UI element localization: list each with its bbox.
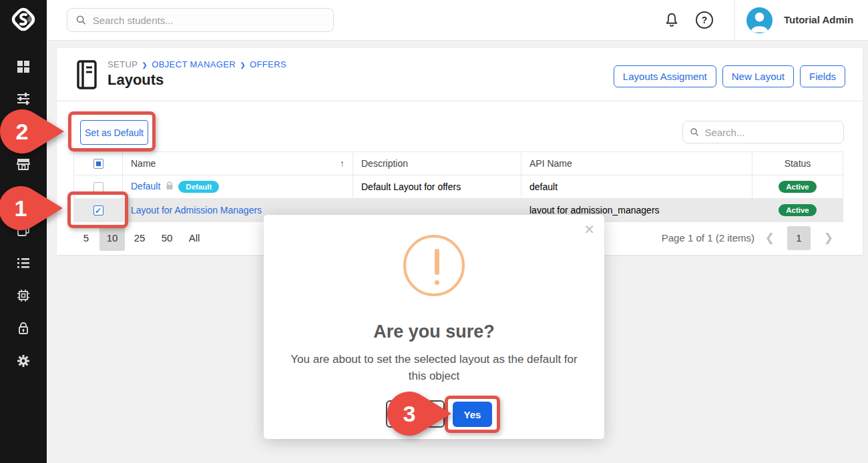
step-number: 2 [5,119,39,145]
store-icon [16,157,31,171]
next-page-icon[interactable]: ❯ [824,231,833,245]
page-number-1[interactable]: 1 [787,226,811,250]
table-search-input[interactable] [704,127,837,138]
fields-button[interactable]: Fields [800,65,845,87]
student-search-input[interactable] [93,15,325,26]
topbar-divider [734,0,735,41]
dialog-message: You are about to set the selected layout… [284,352,584,384]
lock-icon [16,321,31,336]
logo-icon [10,6,37,33]
row-api-name: default [521,175,752,199]
step-marker-2: 2 [0,107,67,156]
chevron-right-icon: ❯ [236,61,250,69]
column-header-status: Status [752,152,843,175]
step-number: 1 [4,195,37,221]
dashboard-icon [16,59,31,74]
help-button[interactable]: ? [696,11,713,29]
search-icon [75,14,87,26]
previous-page-icon[interactable]: ❮ [765,231,775,245]
breadcrumb-object-manager[interactable]: OBJECT MANAGER [152,59,236,69]
app-root: ? Tutorial Admin SETUP❯OBJECT MA [0,0,868,463]
gear-icon [16,354,31,368]
user-avatar[interactable] [746,7,773,33]
breadcrumb-setup: SETUP [107,59,138,69]
page-size-all[interactable]: All [182,225,207,251]
lock-icon [166,181,174,192]
header-actions: Layouts Assigment New Layout Fields [614,65,845,87]
column-header-description: Description [353,152,521,175]
close-icon[interactable]: ✕ [584,221,595,238]
list-icon [16,256,31,270]
new-layout-button[interactable]: New Layout [722,65,794,87]
page-header: SETUP❯OBJECT MANAGER❯OFFERS Layouts Layo… [57,48,863,101]
layouts-page-icon [74,59,99,93]
notifications-button[interactable] [663,11,680,31]
pagination-summary: Page 1 of 1 (2 items) [662,232,754,244]
person-icon [746,7,773,33]
step-marker-1: 1 [0,183,65,233]
sidebar-item-preferences[interactable] [0,349,47,373]
dialog-title: Are you sure? [264,322,604,342]
table-header-row: Name ↑ Description API Name Status [74,152,843,175]
default-badge: Default [178,181,219,193]
page-size-25[interactable]: 25 [127,225,152,251]
sidebar-item-dashboard[interactable] [0,55,47,79]
layout-link-admission-managers[interactable]: Layout for Admission Managers [131,205,262,215]
search-icon [690,127,699,137]
chevron-right-icon: ❯ [138,61,152,69]
status-badge: Active [779,181,817,193]
column-header-api-name: API Name [521,152,752,175]
sidebar-item-list[interactable] [0,251,47,275]
sidebar-item-system[interactable] [0,284,47,308]
step-marker-3: 3 [385,389,454,438]
step-number: 3 [393,401,426,427]
table-row-default: DefaultDefault Default Layout for offers… [74,175,843,199]
sort-ascending-icon[interactable]: ↑ [340,158,345,169]
highlight-box-checkbox [67,191,128,228]
topbar: ? Tutorial Admin [47,0,868,41]
table-search [682,121,844,143]
app-logo[interactable] [0,0,47,39]
select-all-checkbox[interactable] [93,159,103,169]
layouts-assignment-button[interactable]: Layouts Assigment [614,65,716,87]
status-badge: Active [779,204,817,216]
highlight-box-set-as-default [68,111,156,151]
page-size-10[interactable]: 10 [99,225,125,251]
layouts-table: Name ↑ Description API Name Status Defau… [73,151,843,222]
chip-icon [16,288,31,303]
breadcrumb-offers[interactable]: OFFERS [250,59,286,69]
page-size-50[interactable]: 50 [154,225,180,251]
tune-icon [16,91,31,106]
column-header-name[interactable]: Name ↑ [123,152,353,175]
student-search [67,8,334,32]
page-title: Layouts [107,71,164,89]
question-mark-icon: ? [702,15,708,25]
sidebar-item-security[interactable] [0,316,47,340]
page-size-5[interactable]: 5 [73,225,99,251]
breadcrumb: SETUP❯OBJECT MANAGER❯OFFERS [107,59,286,69]
warning-icon [403,235,465,296]
layout-link-default[interactable]: Default [131,181,160,191]
user-name: Tutorial Admin [784,14,853,25]
header-checkbox-cell [74,152,123,175]
row-description: Default Layout for offers [353,175,521,199]
bell-icon [663,11,680,29]
